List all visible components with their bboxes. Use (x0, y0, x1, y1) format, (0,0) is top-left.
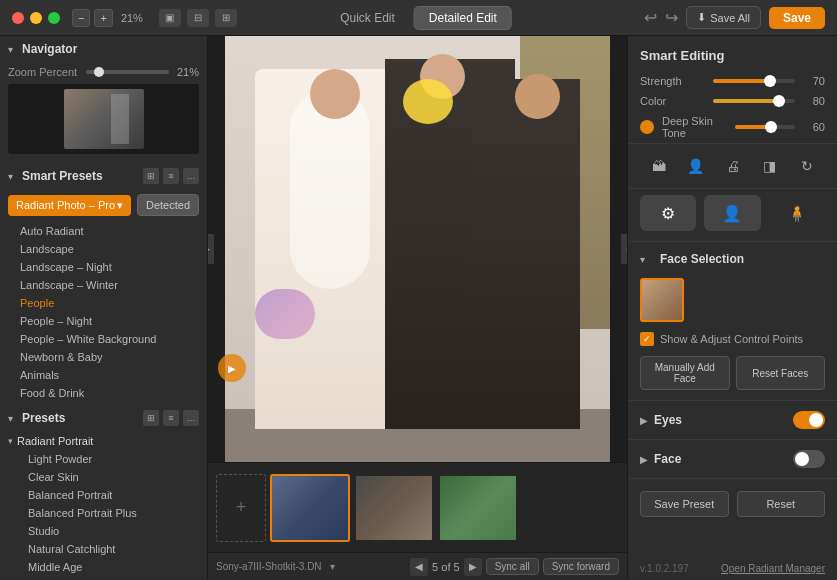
eyes-section-row[interactable]: ▶ Eyes (628, 405, 837, 435)
right-collapse-arrow[interactable]: ▶ (208, 234, 214, 264)
list-item[interactable]: People – Night (0, 312, 207, 330)
list-item[interactable]: Landscape – Winter (0, 276, 207, 294)
navigator-section-header[interactable]: ▾ Navigator (0, 36, 207, 62)
view-icons: ▣ ⊟ ⊞ (159, 9, 237, 27)
smart-presets-section-header[interactable]: ▾ Smart Presets ⊞ ≡ … (0, 162, 207, 190)
open-radiant-manager-button[interactable]: Open Radiant Manager (721, 563, 825, 574)
undo-icon[interactable]: ↩ (644, 8, 657, 27)
list-item[interactable]: Balanced Portrait Plus (0, 504, 207, 522)
next-image-button[interactable]: ▶ (464, 558, 482, 576)
photo-figure-3 (470, 79, 580, 429)
zoom-minus-button[interactable]: − (72, 9, 90, 27)
color-label: Color (640, 95, 705, 107)
version-label: v.1.0.2.197 (640, 563, 689, 574)
title-bar: − + 21% ▣ ⊟ ⊞ Quick Edit Detailed Edit ↩… (0, 0, 837, 36)
list-item[interactable]: Light Powder (0, 450, 207, 468)
left-collapse-arrow[interactable]: ◀ (621, 234, 627, 264)
list-item[interactable]: Animals (0, 366, 207, 384)
grid-view-icon[interactable]: ⊞ (215, 9, 237, 27)
list-item[interactable]: Rugged Skin (0, 576, 207, 580)
sync-forward-button[interactable]: Sync forward (543, 558, 619, 575)
file-name-label: Sony-a7III-Shotkit-3.DN (216, 561, 322, 572)
face-section-row[interactable]: ▶ Face (628, 444, 837, 474)
zoom-slider[interactable] (86, 70, 169, 74)
save-all-button[interactable]: ⬇ Save All (686, 6, 761, 29)
list-icon-2[interactable]: ≡ (163, 410, 179, 426)
save-button[interactable]: Save (769, 7, 825, 29)
navigator-thumbnail (8, 84, 199, 154)
list-item[interactable]: Newborn & Baby (0, 348, 207, 366)
bottom-bar: Sony-a7III-Shotkit-3.DN ▾ ◀ 5 of 5 ▶ Syn… (208, 552, 627, 580)
deep-skin-slider[interactable] (735, 125, 795, 129)
manually-add-face-button[interactable]: Manually Add Face (640, 356, 730, 390)
more-icon-2[interactable]: … (183, 410, 199, 426)
strength-value: 70 (803, 75, 825, 87)
grid-small-icon[interactable]: ⊞ (143, 168, 159, 184)
filmstrip-thumbnail-2[interactable] (354, 474, 434, 542)
strength-slider[interactable] (713, 79, 795, 83)
split-view-icon[interactable]: ⊟ (187, 9, 209, 27)
eyes-label: Eyes (654, 413, 793, 427)
list-item-people[interactable]: People (0, 294, 207, 312)
eyes-toggle[interactable] (793, 411, 825, 429)
face-tab-sliders[interactable]: ⚙ (640, 195, 696, 231)
window-controls: − + 21% (72, 9, 143, 27)
face-tab-body[interactable]: 🧍 (769, 195, 825, 231)
traffic-lights (12, 12, 60, 24)
reset-faces-button[interactable]: Reset Faces (736, 356, 826, 390)
right-panel: Smart Editing Strength 70 Color 80 Deep … (627, 36, 837, 580)
zoom-row: Zoom Percent 21% (8, 66, 199, 78)
zoom-plus-button[interactable]: + (94, 9, 112, 27)
preset-dropdown[interactable]: Radiant Photo – Pro ▾ (8, 195, 131, 216)
zoom-percentage: 21% (121, 12, 143, 24)
list-item[interactable]: Landscape – Night (0, 258, 207, 276)
list-item[interactable]: Food & Drink (0, 384, 207, 402)
list-icon[interactable]: ≡ (163, 168, 179, 184)
show-control-checkbox[interactable]: ✓ (640, 332, 654, 346)
list-item[interactable]: Landscape (0, 240, 207, 258)
more-icon[interactable]: … (183, 168, 199, 184)
face-toggle[interactable] (793, 450, 825, 468)
face-tab-person[interactable]: 👤 (704, 195, 760, 231)
list-item[interactable]: People – White Background (0, 330, 207, 348)
dropdown-chevron-icon: ▾ (117, 199, 123, 212)
presets-section-header[interactable]: ▾ Presets ⊞ ≡ … (0, 404, 207, 432)
filmstrip-thumbnail-1[interactable] (270, 474, 350, 542)
prev-image-button[interactable]: ◀ (410, 558, 428, 576)
print-icon[interactable]: 🖨 (719, 152, 747, 180)
list-item[interactable]: Studio (0, 522, 207, 540)
eyes-arrow-icon: ▶ (640, 415, 650, 425)
photo-veil (290, 89, 370, 289)
quick-edit-tab[interactable]: Quick Edit (325, 6, 410, 30)
face-preview (628, 272, 837, 328)
filmstrip-thumbnail-3[interactable] (438, 474, 518, 542)
redo-icon[interactable]: ↪ (665, 8, 678, 27)
preset-group-radiant-portrait[interactable]: ▾ Radiant Portrait (0, 432, 207, 450)
close-button[interactable] (12, 12, 24, 24)
minimize-button[interactable] (30, 12, 42, 24)
list-item[interactable]: Clear Skin (0, 468, 207, 486)
sync-all-button[interactable]: Sync all (486, 558, 539, 575)
list-item[interactable]: Auto Radiant (0, 222, 207, 240)
face-selection-header[interactable]: ▾ Face Selection (628, 246, 837, 272)
color-slider[interactable] (713, 99, 795, 103)
compare-icon[interactable]: ◨ (756, 152, 784, 180)
detailed-edit-tab[interactable]: Detailed Edit (414, 6, 512, 30)
landscape-icon[interactable]: 🏔 (645, 152, 673, 180)
maximize-button[interactable] (48, 12, 60, 24)
edit-tabs: Quick Edit Detailed Edit (325, 6, 512, 30)
grid-small-icon-2[interactable]: ⊞ (143, 410, 159, 426)
list-item[interactable]: Balanced Portrait (0, 486, 207, 504)
list-item[interactable]: Natural Catchlight (0, 540, 207, 558)
person-icon[interactable]: 👤 (682, 152, 710, 180)
divider-3 (628, 439, 837, 440)
single-view-icon[interactable]: ▣ (159, 9, 181, 27)
face-thumbnail[interactable] (640, 278, 684, 322)
play-overlay-button[interactable]: ▶ (218, 354, 246, 382)
list-item[interactable]: Middle Age (0, 558, 207, 576)
detected-button[interactable]: Detected (137, 194, 199, 216)
save-preset-button[interactable]: Save Preset (640, 491, 729, 517)
refresh-icon[interactable]: ↻ (793, 152, 821, 180)
reset-button[interactable]: Reset (737, 491, 826, 517)
filmstrip-add-button[interactable]: + (216, 474, 266, 542)
